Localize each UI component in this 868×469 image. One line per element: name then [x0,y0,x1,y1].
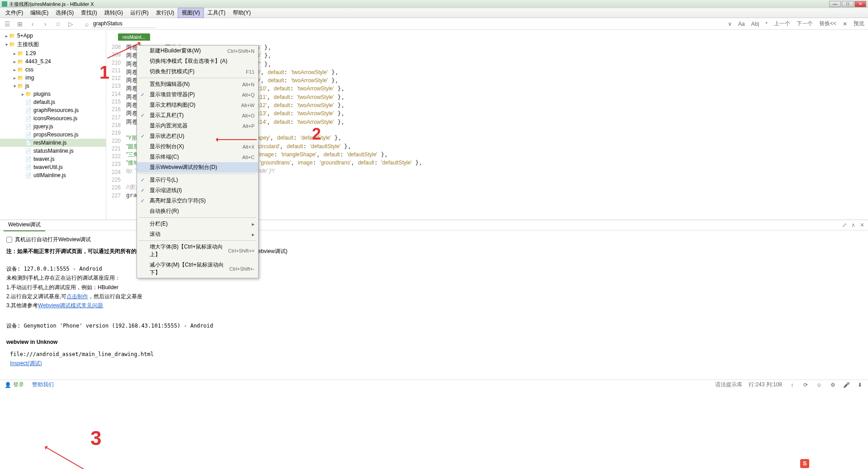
tree-item-6[interactable]: ▾📁js [0,82,106,90]
expand-icon[interactable]: ⊞ [16,20,24,28]
find-opt-3[interactable]: * [765,21,768,27]
menu-4[interactable]: 跳转(G) [101,8,127,18]
find-opt-8[interactable]: 预览 [854,20,864,28]
menu-item-10[interactable]: 显示控制台(X)Alt+X [137,141,258,152]
menu-item-19[interactable]: 分栏(E)▸ [137,219,258,229]
tree-item-1[interactable]: ▾📁主接线图 [0,40,106,49]
menu-item-9[interactable]: ✓显示状态栏(U) [137,131,258,141]
folder-icon: 📁 [17,75,24,81]
tree-item-3[interactable]: ▸📁4443_5.24 [0,57,106,66]
tree-label: utilMainline.js [33,172,66,178]
find-opt-2[interactable]: Ab| [751,21,760,27]
syntax-hint[interactable]: 语法提示库 [715,381,742,389]
tree-item-9[interactable]: 📄graphResources.js [0,106,106,114]
find-opt-0[interactable]: ∨ [728,21,732,27]
tree-item-5[interactable]: ▸📁img [0,74,106,82]
tree-item-16[interactable]: 📄twaverUtil.js [0,163,106,171]
tree-item-2[interactable]: ▸📁1.29 [0,49,106,57]
menu-item-6[interactable]: 显示文档结构图(O)Alt+W [137,100,258,110]
menu-8[interactable]: 工具(T) [204,8,229,18]
status-icon-1[interactable]: ↕ [788,381,796,389]
find-opt-7[interactable]: ✕ [843,21,847,27]
auto-open-checkbox[interactable] [6,237,12,243]
file-icon: 📄 [25,164,32,170]
faq-link[interactable]: Webview调试模式常见问题 [38,302,103,309]
menu-item-16[interactable]: ✓高亮时显示空白字符(S) [137,196,258,206]
panel-controls: ⤢ ∧ ✕ [842,222,864,228]
menu-item-11[interactable]: 显示终端(C)Alt+C [137,152,258,162]
tree-label: twaver.js [33,156,55,162]
tree-item-14[interactable]: 📄statusMainline.js [0,147,106,155]
donate-link[interactable]: 赞助我们 [32,381,54,389]
tree-item-11[interactable]: 📄jquery.js [0,122,106,131]
view-menu-dropdown[interactable]: 新建HBuilder窗体(W)Ctrl+Shift+N切换纯净模式【双击选项卡】… [137,45,259,278]
file-icon: 📄 [25,131,32,138]
panel-close-icon[interactable]: ✕ [860,222,864,228]
maximize-button[interactable]: □ [842,1,854,7]
tree-item-12[interactable]: 📄propsResources.js [0,131,106,139]
find-opt-4[interactable]: 上一个 [774,20,790,28]
file-icon: 📄 [25,99,32,105]
menu-item-15[interactable]: ✓显示缩进线(I) [137,185,258,196]
file-icon: 📄 [25,123,32,130]
tree-item-8[interactable]: 📄default.js [0,98,106,106]
menu-item-23[interactable]: 减小字体(M)【Ctrl+鼠标滚动向下】Ctrl+Shift+- [137,260,258,278]
menu-6[interactable]: 发行(U) [152,8,178,18]
minimize-button[interactable]: — [829,1,841,7]
menu-item-0[interactable]: 新建HBuilder窗体(W)Ctrl+Shift+N [137,46,258,56]
find-opt-6[interactable]: 替换<< [819,20,836,28]
menu-item-8[interactable]: 显示内置浏览器Alt+P [137,121,258,131]
folder-icon: 📁 [17,66,24,73]
inspect-link[interactable]: Inspect(调试) [10,360,42,366]
status-icon-5[interactable]: 🎤 [843,381,850,389]
menu-item-7[interactable]: ✓显示工具栏(T)Alt+O [137,110,258,121]
menu-item-2[interactable]: 切换免打扰模式(F)F11 [137,66,258,77]
menu-5[interactable]: 运行(R) [127,8,152,18]
make-link[interactable]: 点击制作 [66,293,88,300]
tree-item-15[interactable]: 📄twaver.js [0,155,106,163]
menu-2[interactable]: 选择(S) [52,8,77,18]
forward-icon[interactable]: › [42,20,49,28]
close-button[interactable]: ✕ [854,1,866,7]
find-opt-1[interactable]: Aa [738,21,745,27]
editor-tab[interactable]: resMainl... [118,33,150,41]
find-opt-5[interactable]: 下一个 [797,20,813,28]
menu-item-12[interactable]: 显示Webview调试控制台(D) [137,162,258,173]
menu-item-5[interactable]: ✓显示项目管理器(P)Alt+Q [137,89,258,100]
menu-item-14[interactable]: ✓显示行号(L) [137,175,258,185]
star-icon[interactable]: ☆ [54,20,61,28]
menu-item-20[interactable]: 滚动▸ [137,229,258,239]
menu-item-4[interactable]: 置焦到编辑器(N)Alt+N [137,79,258,89]
status-icon-6[interactable]: ⬇ [856,381,863,389]
status-icon-2[interactable]: ⟳ [802,381,809,389]
menu-7[interactable]: 视图(V) [178,8,204,18]
menu-9[interactable]: 帮助(Y) [229,8,255,18]
tree-label: 1.29 [25,50,36,56]
tree-item-4[interactable]: ▸📁css [0,66,106,74]
menu-3[interactable]: 查找(I) [77,8,100,18]
project-explorer[interactable]: ▸📁5+App▾📁主接线图▸📁1.29▸📁4443_5.24▸📁css▸📁img… [0,30,106,220]
tree-item-0[interactable]: ▸📁5+App [0,32,106,40]
search-icon: ⌕ [83,20,90,28]
search-input[interactable] [92,19,156,28]
tree-item-10[interactable]: 📄iconsResources.js [0,114,106,122]
back-icon[interactable]: ‹ [29,20,36,28]
panel-collapse-icon[interactable]: ∧ [851,222,855,228]
window-controls: — □ ✕ [829,1,866,7]
menu-item-1[interactable]: 切换纯净模式【双击选项卡】(A) [137,56,258,66]
tree-item-13[interactable]: 📄resMainline.js [0,139,106,147]
status-icon-3[interactable]: ☺ [816,381,823,389]
run-icon[interactable]: ▷ [67,20,74,28]
menu-icon[interactable]: ☰ [4,20,11,28]
menu-1[interactable]: 编辑(E) [27,8,52,18]
webview-debug-tab[interactable]: Webview调试 [4,219,45,231]
tree-item-7[interactable]: ▸📁plugins [0,90,106,98]
menu-item-22[interactable]: 增大字体(B)【Ctrl+鼠标滚动向上】Ctrl+Shift+= [137,242,258,260]
tree-label: default.js [33,99,55,105]
panel-expand-icon[interactable]: ⤢ [842,222,847,228]
status-icon-4[interactable]: ⚙ [829,381,836,389]
menu-0[interactable]: 文件(F) [2,8,27,18]
tree-item-17[interactable]: 📄utilMainline.js [0,171,106,179]
menu-item-17[interactable]: 自动换行(R) [137,206,258,216]
login-link[interactable]: 👤 登录 [5,381,24,389]
